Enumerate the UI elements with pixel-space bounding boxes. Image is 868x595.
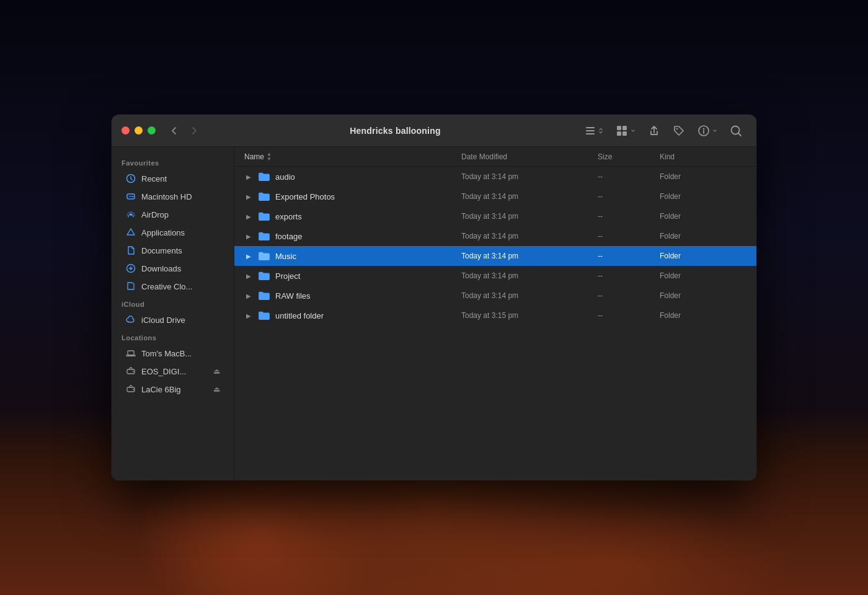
file-name-cell: ▶ Music: [244, 251, 461, 261]
file-row[interactable]: ▶ audio Today at 3:14 pm -- Folder: [234, 167, 756, 187]
file-date: Today at 3:14 pm: [461, 192, 598, 201]
share-button[interactable]: [644, 121, 665, 140]
file-row[interactable]: ▶ Project Today at 3:14 pm -- Folder: [234, 266, 756, 286]
col-name-header[interactable]: Name ▲▼: [244, 152, 461, 162]
forward-button[interactable]: [185, 122, 203, 139]
sidebar-item-lacie-6big[interactable]: LaCie 6Big ⏏: [115, 381, 230, 398]
folder-icon: [258, 192, 270, 201]
title-bar: Hendricks ballooning: [112, 115, 756, 147]
expand-arrow[interactable]: ▶: [244, 232, 253, 240]
grid-view-button[interactable]: [611, 121, 640, 140]
expand-arrow[interactable]: ▶: [244, 291, 253, 300]
expand-arrow[interactable]: ▶: [244, 252, 253, 260]
sidebar-item-applications[interactable]: Applications: [115, 224, 230, 241]
svg-rect-5: [617, 131, 621, 136]
eject-icon-eos[interactable]: ⏏: [213, 367, 220, 376]
file-name-cell: ▶ footage: [244, 231, 461, 241]
file-name: audio: [275, 172, 295, 182]
sidebar-item-label: Downloads: [141, 264, 181, 273]
drive-eject-2-icon: [125, 384, 136, 395]
file-row[interactable]: ▶ untitled folder Today at 3:15 pm -- Fo…: [234, 306, 756, 325]
search-button[interactable]: [725, 121, 746, 140]
file-size: --: [598, 252, 660, 260]
file-name-cell: ▶ Exported Photos: [244, 192, 461, 201]
file-kind: Folder: [660, 252, 746, 260]
svg-rect-1: [586, 130, 595, 131]
expand-arrow[interactable]: ▶: [244, 192, 253, 201]
sidebar-item-toms-macbook[interactable]: Tom's MacB...: [115, 345, 230, 362]
col-kind-header[interactable]: Kind: [660, 152, 746, 161]
file-name: untitled folder: [275, 311, 324, 320]
svg-rect-6: [622, 131, 627, 136]
sidebar-item-documents[interactable]: Documents: [115, 242, 230, 259]
file-name-cell: ▶ exports: [244, 211, 461, 221]
svg-rect-4: [622, 126, 627, 130]
file-size: --: [598, 291, 660, 300]
sidebar-item-label: iCloud Drive: [141, 315, 185, 325]
sidebar-item-label: Macintosh HD: [141, 192, 192, 201]
svg-point-17: [133, 371, 134, 372]
file-name: footage: [275, 232, 302, 241]
file-row-selected[interactable]: ▶ Music Today at 3:14 pm -- Folder: [234, 246, 756, 266]
svg-point-19: [133, 389, 134, 390]
file-kind: Folder: [660, 271, 746, 280]
maximize-button[interactable]: [148, 126, 156, 134]
file-date: Today at 3:14 pm: [461, 232, 598, 240]
file-kind: Folder: [660, 172, 746, 181]
apps-icon: [125, 227, 136, 238]
eject-icon-lacie[interactable]: ⏏: [213, 385, 220, 394]
locations-label: Locations: [112, 329, 234, 344]
svg-rect-0: [586, 127, 595, 128]
file-name-cell: ▶ RAW files: [244, 291, 461, 301]
file-name: exports: [275, 212, 302, 221]
drive-icon: [125, 191, 136, 202]
file-date: Today at 3:14 pm: [461, 291, 598, 300]
file-name: Project: [275, 271, 300, 281]
sidebar-item-label: Tom's MacB...: [141, 349, 192, 358]
column-headers: Name ▲▼ Date Modified Size Kind: [234, 147, 756, 167]
expand-arrow[interactable]: ▶: [244, 212, 253, 221]
col-date-header[interactable]: Date Modified: [461, 152, 598, 161]
nav-buttons: [166, 122, 203, 139]
sidebar-item-creative-cloud[interactable]: Creative Clo...: [115, 278, 230, 295]
sidebar-item-recent[interactable]: Recent: [115, 170, 230, 187]
expand-arrow[interactable]: ▶: [244, 172, 253, 181]
tag-button[interactable]: [668, 121, 689, 140]
icloud-label: iCloud: [112, 296, 234, 311]
traffic-lights: [122, 126, 156, 134]
sidebar-item-label: Documents: [141, 246, 182, 255]
sidebar-item-airdrop[interactable]: AirDrop: [115, 206, 230, 223]
sidebar-item-label: Applications: [141, 228, 185, 237]
col-size-header[interactable]: Size: [598, 152, 660, 161]
sidebar-item-eos-digi[interactable]: EOS_DIGI... ⏏: [115, 363, 230, 380]
file-date: Today at 3:15 pm: [461, 311, 598, 320]
sidebar-item-icloud-drive[interactable]: iCloud Drive: [115, 311, 230, 328]
close-button[interactable]: [122, 126, 130, 134]
file-row[interactable]: ▶ Exported Photos Today at 3:14 pm -- Fo…: [234, 187, 756, 206]
list-view-button[interactable]: [580, 122, 608, 139]
action-button[interactable]: [693, 121, 722, 140]
sidebar-item-label: EOS_DIGI...: [141, 367, 186, 376]
sidebar-item-label: Recent: [141, 174, 167, 183]
file-name-cell: ▶ untitled folder: [244, 311, 461, 320]
folder-icon: [258, 311, 270, 320]
sidebar-item-macintosh-hd[interactable]: Macintosh HD: [115, 188, 230, 205]
expand-arrow[interactable]: ▶: [244, 311, 253, 320]
sort-arrows: ▲▼: [267, 152, 272, 162]
file-row[interactable]: ▶ RAW files Today at 3:14 pm -- Folder: [234, 286, 756, 306]
sidebar-item-downloads[interactable]: Downloads: [115, 260, 230, 277]
svg-point-13: [133, 196, 134, 197]
file-size: --: [598, 232, 660, 240]
clock-icon: [125, 173, 136, 184]
back-button[interactable]: [166, 122, 183, 139]
file-rows: ▶ audio Today at 3:14 pm -- Folder ▶: [234, 167, 756, 480]
creative-cloud-icon: [125, 281, 136, 292]
minimize-button[interactable]: [135, 126, 143, 134]
file-size: --: [598, 271, 660, 280]
file-row[interactable]: ▶ footage Today at 3:14 pm -- Folder: [234, 226, 756, 246]
expand-arrow[interactable]: ▶: [244, 271, 253, 280]
file-row[interactable]: ▶ exports Today at 3:14 pm -- Folder: [234, 206, 756, 226]
cloud-icon: [125, 314, 136, 325]
svg-rect-2: [586, 133, 595, 134]
file-size: --: [598, 192, 660, 201]
